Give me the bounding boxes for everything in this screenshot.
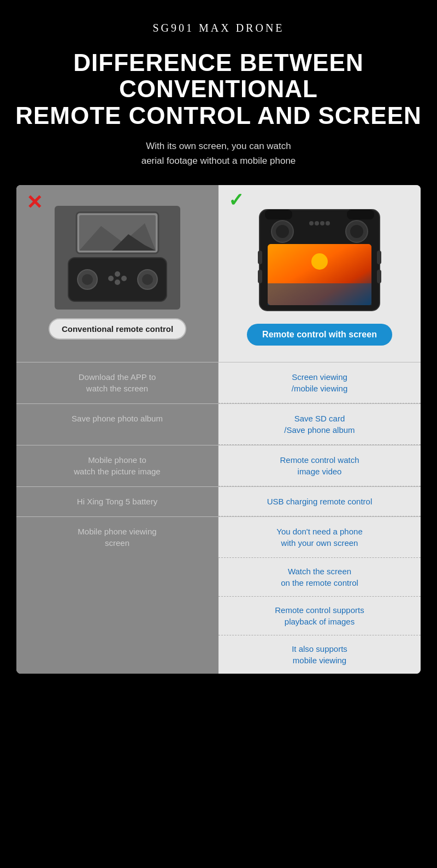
svg-point-12 xyxy=(121,276,127,281)
svg-point-17 xyxy=(276,225,289,238)
conventional-remote-image xyxy=(55,206,180,310)
svg-point-22 xyxy=(320,221,324,225)
right-feature-7: Remote control supportsplayback of image… xyxy=(218,597,421,635)
svg-point-20 xyxy=(309,221,314,225)
features-row-7: Remote control supportsplayback of image… xyxy=(16,597,421,635)
features-row-6: Watch the screenon the remote control xyxy=(16,558,421,597)
screen-remote-svg xyxy=(254,207,385,313)
svg-point-23 xyxy=(326,221,330,225)
comparison-box: ✕ xyxy=(16,185,421,674)
right-panel: ✓ xyxy=(218,185,421,362)
x-mark-icon: ✕ xyxy=(26,193,43,212)
features-section: Download the APP towatch the screen Scre… xyxy=(16,362,421,674)
left-empty-7 xyxy=(16,597,218,635)
right-feature-8-text: It also supportsmobile viewing xyxy=(218,635,421,674)
page-wrapper: SG901 MAX DRONE DIFFERENCE BETWEEN CONVE… xyxy=(0,0,437,868)
features-row-4: Hi Xing Tong 5 battery USB charging remo… xyxy=(16,486,421,516)
left-empty-6 xyxy=(16,558,218,597)
left-feature-5: Mobile phone viewingscreen xyxy=(16,517,218,558)
svg-point-19 xyxy=(350,225,363,238)
right-feature-8: It also supportsmobile viewing xyxy=(218,635,421,674)
svg-point-27 xyxy=(311,253,328,270)
left-panel: ✕ xyxy=(16,185,218,362)
screen-remote-image xyxy=(251,206,388,315)
main-heading: DIFFERENCE BETWEEN CONVENTIONAL REMOTE C… xyxy=(11,50,426,129)
features-row-8: It also supportsmobile viewing xyxy=(16,635,421,674)
left-feature-3: Mobile phone towatch the picture image xyxy=(16,445,218,486)
left-empty-8 xyxy=(16,635,218,674)
svg-point-21 xyxy=(315,221,319,225)
svg-rect-26 xyxy=(268,283,371,305)
svg-rect-29 xyxy=(258,270,262,283)
svg-point-9 xyxy=(115,271,120,277)
right-feature-3: Remote control watchimage video xyxy=(218,445,421,486)
features-row-5: Mobile phone viewingscreen You don't nee… xyxy=(16,516,421,558)
svg-point-10 xyxy=(115,280,120,285)
right-feature-4: USB charging remote control xyxy=(218,487,421,516)
svg-point-8 xyxy=(142,274,153,285)
svg-point-11 xyxy=(108,276,114,281)
right-feature-1: Screen viewing/mobile viewing xyxy=(218,362,421,403)
conventional-remote-svg xyxy=(57,210,178,305)
right-feature-7-text: Remote control supportsplayback of image… xyxy=(218,597,421,635)
rc-screen-label: Remote control with screen xyxy=(247,324,392,346)
svg-rect-15 xyxy=(347,210,374,219)
left-feature-1: Download the APP towatch the screen xyxy=(16,362,218,403)
features-row-2: Save phone photo album Save SD card/Save… xyxy=(16,403,421,445)
right-feature-2: Save SD card/Save phone album xyxy=(218,404,421,445)
check-mark-icon: ✓ xyxy=(228,191,244,209)
right-feature-6: Watch the screenon the remote control xyxy=(218,558,421,597)
right-feature-5: You don't need a phonewith your own scre… xyxy=(218,517,421,558)
svg-rect-28 xyxy=(258,251,262,264)
svg-point-6 xyxy=(82,274,93,285)
left-feature-2: Save phone photo album xyxy=(16,404,218,445)
comparison-top: ✕ xyxy=(16,185,421,362)
svg-rect-30 xyxy=(377,251,381,264)
product-title: SG901 MAX DRONE xyxy=(152,22,284,34)
svg-rect-14 xyxy=(265,210,292,219)
features-row-3: Mobile phone towatch the picture image R… xyxy=(16,445,421,486)
svg-rect-31 xyxy=(377,270,381,283)
conventional-label: Conventional remote control xyxy=(49,318,186,340)
left-feature-4: Hi Xing Tong 5 battery xyxy=(16,487,218,516)
subtitle: With its own screen, you can watch aeria… xyxy=(141,139,296,168)
right-feature-6-text: Watch the screenon the remote control xyxy=(218,558,421,597)
features-row-1: Download the APP towatch the screen Scre… xyxy=(16,362,421,403)
